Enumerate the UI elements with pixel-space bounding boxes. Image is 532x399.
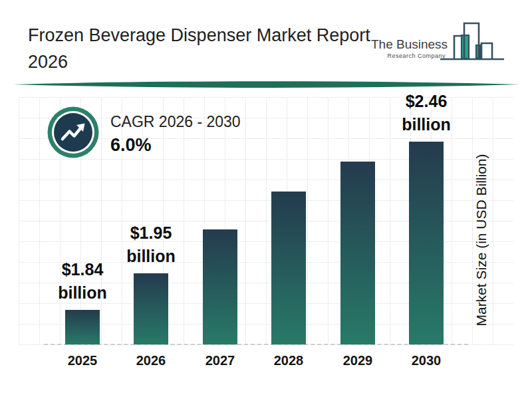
divider-line [0, 79, 532, 90]
x-axis-label-2025: 2025 [53, 353, 112, 368]
x-axis-label-2028: 2028 [259, 353, 319, 368]
x-axis-label-2029: 2029 [328, 353, 388, 368]
bar-2029 [340, 162, 375, 344]
bar-2028 [271, 192, 306, 344]
page-title-line1: Frozen Beverage Dispenser Market Report [28, 22, 400, 49]
cagr-value: 6.0% [110, 135, 152, 156]
value-label-2030: $2.46billion [376, 90, 476, 136]
infographic-page: Frozen Beverage Dispenser Market Report … [0, 0, 532, 399]
logo-company-name: The Business [371, 37, 446, 52]
bar-chart-logo-icon [438, 21, 507, 61]
x-axis-label-2026: 2026 [121, 353, 181, 368]
value-label-2026: $1.95billion [101, 221, 201, 268]
bar-2026 [134, 273, 168, 344]
x-axis-label-2027: 2027 [190, 353, 250, 368]
page-title-line2: 2026 [28, 49, 400, 75]
logo-tagline: Research Company [371, 53, 446, 59]
x-axis-label-2030: 2030 [396, 353, 456, 368]
cagr-period-label: CAGR 2026 - 2030 [110, 113, 241, 131]
page-title: Frozen Beverage Dispenser Market Report … [28, 22, 400, 75]
trend-up-icon [47, 106, 100, 159]
logo-text: The Business Research Company [371, 37, 446, 59]
bar-2027 [203, 229, 237, 344]
bar-2030 [409, 142, 444, 344]
y-axis-label: Market Size (in USD Billion) [473, 154, 489, 327]
bar-2025 [65, 310, 100, 344]
chart-baseline [44, 344, 468, 345]
